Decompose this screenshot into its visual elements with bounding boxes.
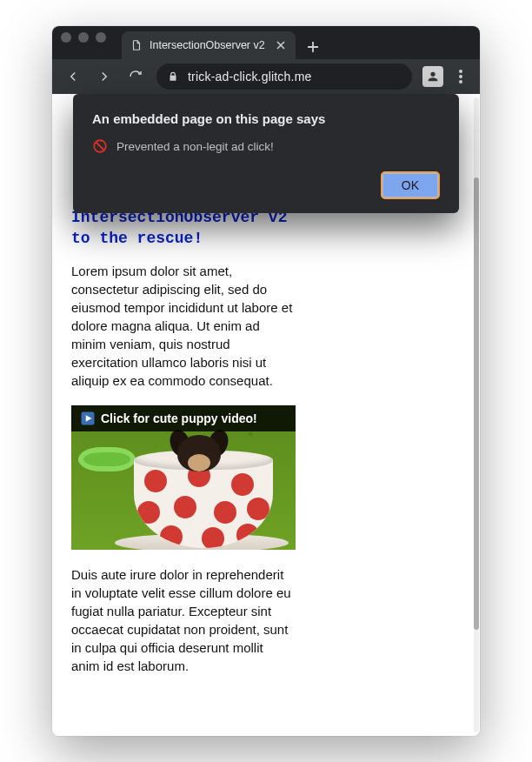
ad-caption-text: Click for cute puppy video! [101, 411, 257, 425]
play-icon [80, 411, 96, 426]
scrollbar-track[interactable] [474, 97, 479, 732]
toolbar: trick-ad-click.glitch.me [52, 59, 480, 94]
dialog-body: Prevented a non-legit ad click! [92, 138, 440, 154]
svg-point-0 [459, 70, 462, 73]
svg-point-1 [459, 75, 462, 78]
js-alert-dialog: An embedded page on this page says Preve… [73, 94, 459, 213]
dialog-message: Prevented a non-legit ad click! [116, 140, 274, 153]
dialog-title: An embedded page on this page says [92, 111, 440, 126]
window-minimize-dot[interactable] [78, 32, 89, 43]
paragraph-1: Lorem ipsum dolor sit amet, consectetur … [71, 262, 293, 390]
window-controls [61, 26, 122, 59]
ad-banner[interactable]: Click for cute puppy video! [71, 405, 296, 550]
paragraph-2: Duis aute irure dolor in reprehenderit i… [71, 565, 293, 675]
tab-strip: IntersectionObserver v2 [52, 26, 480, 59]
close-tab-icon[interactable] [275, 39, 287, 51]
avatar-icon [422, 66, 443, 87]
tab-row: IntersectionObserver v2 [122, 26, 480, 59]
page-heading: IntersectionObserver v2 to the rescue! [71, 207, 297, 250]
no-entry-icon [92, 138, 108, 154]
page-icon [130, 39, 143, 51]
ad-caption-bar: Click for cute puppy video! [71, 405, 296, 431]
scrollbar-thumb[interactable] [474, 177, 479, 630]
lock-icon [167, 70, 179, 83]
window-zoom-dot[interactable] [96, 32, 106, 43]
kebab-menu-icon[interactable] [449, 70, 473, 84]
puppy [169, 428, 229, 480]
dialog-actions: OK [92, 171, 440, 199]
window-close-dot[interactable] [61, 32, 71, 43]
browser-tab[interactable]: IntersectionObserver v2 [122, 31, 296, 59]
toolbar-right [419, 63, 473, 90]
profile-button[interactable] [419, 63, 447, 90]
green-lid [78, 447, 136, 471]
address-bar[interactable]: trick-ad-click.glitch.me [156, 64, 412, 90]
forward-button[interactable] [90, 63, 118, 90]
svg-point-2 [459, 80, 462, 84]
ok-button[interactable]: OK [381, 171, 440, 199]
browser-window: IntersectionObserver v2 [52, 26, 480, 736]
back-button[interactable] [59, 63, 87, 90]
new-tab-button[interactable] [301, 35, 325, 59]
reload-button[interactable] [122, 63, 150, 90]
url-text: trick-ad-click.glitch.me [188, 70, 312, 84]
tab-title: IntersectionObserver v2 [150, 39, 268, 51]
